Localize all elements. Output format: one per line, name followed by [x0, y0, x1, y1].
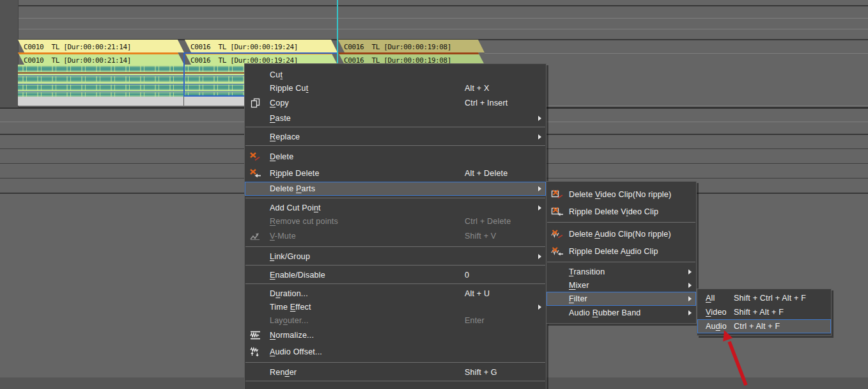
menu-separator	[245, 198, 545, 198]
clip-label: C0010 TL [Dur:00:00:21:14]	[18, 41, 131, 54]
menu-item-all[interactable]: AllShift + Ctrl + Alt + F	[697, 291, 831, 305]
menu-item-cut[interactable]: Cut	[245, 68, 546, 81]
ripple-delete-audio-clip-icon	[551, 246, 564, 257]
menu-item-label: Delete	[270, 152, 293, 161]
menu-item-audio-offset[interactable]: Audio Offset...	[245, 344, 546, 360]
playhead[interactable]	[337, 0, 338, 65]
menu-item-label: Replace	[270, 132, 300, 141]
ripple-delete-icon	[249, 168, 262, 179]
menu-item-duration[interactable]: Duration...Alt + U	[245, 287, 546, 300]
menu-item-label: Ripple Delete Video Clip	[569, 207, 658, 216]
menu-item-label: V-Mute	[270, 232, 296, 241]
menu-item-label: Link/Group	[270, 252, 310, 261]
submenu-arrow-icon	[538, 254, 541, 259]
menu-item-label: Copy	[270, 99, 289, 107]
menu-item-label: Mixer	[569, 281, 589, 290]
menu-item-label: Video	[706, 308, 734, 317]
menu-item-normalize[interactable]: Normalize...	[245, 327, 546, 344]
menu-item-shortcut: 0	[465, 271, 469, 280]
video-clip[interactable]: C0016 TL [Dur:00:00:19:08]	[338, 40, 484, 52]
delete-parts-submenu: Delete Video Clip(No ripple)Ripple Delet…	[546, 181, 697, 324]
menu-item-ripple-delete[interactable]: Ripple DeleteAlt + Delete	[245, 165, 546, 182]
menu-item-delete-video-clip[interactable]: Delete Video Clip(No ripple)	[546, 186, 696, 203]
menu-separator	[245, 362, 545, 363]
menu-item-shortcut: Shift + Alt + F	[734, 308, 784, 317]
menu-item-label: Time Effect	[270, 303, 311, 312]
menu-item-ripple-delete-audio-clip[interactable]: Ripple Delete Audio Clip	[546, 242, 696, 260]
menu-item-label: Filter	[569, 294, 587, 303]
menu-item-link-group[interactable]: Link/Group	[245, 250, 546, 263]
track-divider	[484, 53, 868, 54]
menu-item-add-cut-point[interactable]: Add Cut Point	[245, 201, 546, 214]
menu-item-ripple-cut[interactable]: Ripple CutAlt + X	[245, 81, 546, 95]
menu-item-audio-rubber-band[interactable]: Audio Rubber Band	[546, 306, 696, 319]
timeline-workspace: C0010 TL [Dur:00:00:21:14] C0016 TL [Dur…	[0, 0, 868, 389]
menu-item-label: Audio Offset...	[270, 347, 322, 356]
menu-item-enable-disable[interactable]: Enable/Disable0	[245, 268, 546, 282]
clip-label: C0016 TL [Dur:00:00:19:08]	[338, 41, 451, 54]
menu-item-label: Render	[270, 368, 297, 377]
menu-item-label: Normalize...	[270, 331, 314, 340]
menu-item-label: Layouter...	[270, 316, 309, 325]
menu-item-label: Remove cut points	[270, 217, 338, 226]
menu-item-time-effect[interactable]: Time Effect	[245, 300, 546, 314]
v-mute-icon	[249, 231, 262, 241]
menu-item-label: Add Cut Point	[270, 203, 321, 212]
menu-item-label: Audio Rubber Band	[569, 308, 641, 317]
audio-clip[interactable]: C0010 TL [Dur:00:00:21:14]	[18, 52, 184, 65]
submenu-arrow-icon	[688, 269, 692, 274]
menu-item-label: Duration...	[270, 289, 308, 298]
delete-clip-icon	[249, 152, 262, 162]
menu-separator	[245, 381, 545, 381]
menu-item-render[interactable]: RenderShift + G	[245, 365, 546, 379]
menu-item-shortcut: Alt + Delete	[465, 169, 508, 178]
menu-separator	[547, 222, 695, 223]
submenu-arrow-icon	[538, 116, 541, 121]
annotation-arrow	[716, 326, 754, 389]
menu-separator	[245, 145, 545, 146]
submenu-arrow-icon	[538, 305, 541, 310]
menu-item-delete-audio-clip[interactable]: Delete Audio Clip(No ripple)	[546, 225, 696, 242]
submenu-arrow-icon	[538, 186, 541, 191]
menu-item-video[interactable]: VideoShift + Alt + F	[697, 305, 831, 319]
audio-offset-icon	[249, 347, 262, 357]
menu-separator	[245, 246, 545, 247]
menu-separator	[547, 262, 695, 262]
menu-item-label: Enable/Disable	[270, 271, 325, 280]
menu-separator	[245, 283, 545, 284]
track-divider	[0, 29, 868, 29]
menu-item-filter[interactable]: Filter	[546, 292, 696, 306]
menu-item-label: Cut	[270, 70, 283, 79]
track-panel-edge	[0, 0, 19, 107]
menu-item-shortcut: Shift + Ctrl + Alt + F	[734, 294, 806, 303]
video-clip[interactable]: C0010 TL [Dur:00:00:21:14]	[18, 40, 184, 52]
video-clip[interactable]: C0016 TL [Dur:00:00:19:24]	[185, 40, 337, 52]
menu-item-shortcut: Alt + X	[465, 84, 490, 93]
menu-item-ripple-delete-video-clip[interactable]: Ripple Delete Video Clip	[546, 203, 696, 220]
menu-item-delete-parts[interactable]: Delete Parts	[245, 182, 546, 196]
clip-label: C0010 TL [Dur:00:00:21:14]	[18, 56, 131, 65]
menu-item-label: Delete Audio Clip(No ripple)	[569, 230, 671, 239]
menu-item-layouter: Layouter...Enter	[245, 314, 546, 327]
normalize-icon	[249, 330, 262, 340]
context-menu: CutRipple CutAlt + XCopyCtrl + InsertPas…	[244, 63, 546, 389]
clip-boundary	[183, 65, 185, 97]
copy-icon	[249, 98, 262, 108]
menu-item-remove-cut-points: Remove cut pointsCtrl + Delete	[245, 214, 546, 228]
submenu-arrow-icon	[538, 134, 541, 139]
menu-item-label: All	[706, 294, 734, 303]
menu-item-replace[interactable]: Replace	[245, 130, 546, 143]
menu-item-copy[interactable]: CopyCtrl + Insert	[245, 95, 546, 111]
menu-item-delete[interactable]: Delete	[245, 148, 546, 165]
menu-item-shortcut: Ctrl + Delete	[465, 217, 511, 226]
menu-item-mixer[interactable]: Mixer	[546, 278, 696, 292]
menu-item-label: Ripple Delete Audio Clip	[569, 247, 658, 256]
delete-audio-clip-icon	[551, 229, 564, 239]
submenu-arrow-icon	[688, 283, 692, 288]
menu-item-paste[interactable]: Paste	[245, 111, 546, 125]
menu-item-label: Paste	[270, 114, 291, 123]
track-divider	[0, 18, 868, 19]
menu-item-label: Ripple Cut	[270, 84, 308, 93]
menu-item-shortcut: Alt + U	[465, 289, 490, 298]
menu-item-transition[interactable]: Transition	[546, 265, 696, 278]
